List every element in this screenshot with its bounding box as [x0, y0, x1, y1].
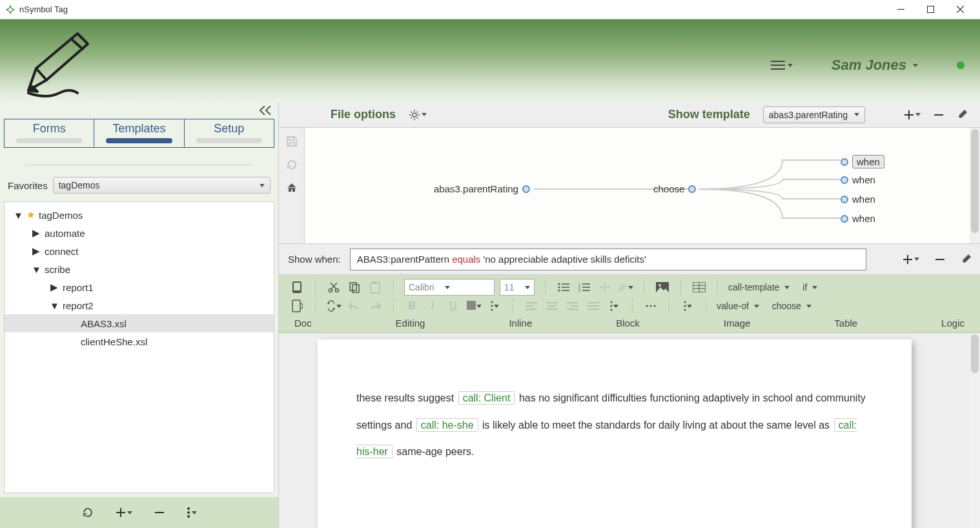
tree-row[interactable]: ▼★tagDemos [5, 206, 274, 224]
caret-down-icon [687, 305, 692, 308]
table-button[interactable] [691, 279, 707, 295]
inline-more-button[interactable] [487, 298, 502, 314]
numbered-list-button[interactable]: 123 [577, 279, 592, 295]
tree-row[interactable]: ABAS3.xsl [5, 314, 274, 332]
condition-edit-button[interactable] [961, 254, 971, 265]
call-template-button[interactable]: call-template [728, 282, 790, 292]
tree-row[interactable]: clientHeShe.xsl [5, 332, 274, 350]
tree-item-label: tagDemos [39, 210, 83, 221]
paste-button[interactable] [367, 279, 383, 295]
font-size-select[interactable]: 11 [500, 279, 535, 296]
value-of-button[interactable]: value-of [717, 301, 759, 311]
svg-point-14 [187, 515, 190, 518]
graph-node-when-0[interactable]: when [841, 155, 884, 168]
top-strip: File options Show template abas3.parentR… [279, 102, 980, 128]
app-pencil-icon [15, 28, 93, 99]
template-edit-button[interactable] [957, 110, 967, 120]
more-button[interactable] [187, 507, 197, 518]
node-port-icon [841, 158, 848, 166]
tab-templates[interactable]: Templates [94, 119, 184, 147]
svg-point-78 [611, 301, 613, 303]
condition-row: Show when: ABAS3:parentPattern equals 'n… [279, 244, 980, 275]
refresh-button[interactable] [82, 507, 94, 518]
align-left-button[interactable] [524, 298, 539, 314]
tab-forms[interactable]: Forms [5, 119, 94, 147]
caret-down-icon [854, 113, 859, 116]
graph-canvas[interactable]: abas3.parentRating choose when when when… [305, 128, 970, 243]
align-justify-button[interactable] [586, 298, 601, 314]
redo-button[interactable] [367, 298, 383, 314]
tab-setup[interactable]: Setup [185, 119, 274, 147]
cut-button[interactable] [326, 279, 342, 295]
minimize-button[interactable] [886, 0, 915, 19]
tree-row[interactable]: ▶report1 [5, 278, 274, 296]
collapse-sidebar-button[interactable] [259, 105, 272, 116]
undo-button[interactable] [347, 298, 362, 314]
image-button[interactable] [655, 279, 670, 295]
paint-button[interactable] [618, 279, 633, 295]
graph-node-when-2[interactable]: when [841, 194, 875, 205]
editor-scrollbar[interactable] [970, 333, 980, 528]
condition-add-button[interactable] [903, 254, 919, 265]
tree-row[interactable]: ▼report2 [5, 296, 274, 314]
template-tag[interactable]: call: he-she [416, 418, 478, 432]
svg-point-84 [684, 301, 686, 303]
document-page[interactable]: these results suggest call: Client has n… [318, 340, 912, 528]
choose-button[interactable]: choose [772, 301, 812, 311]
cycle-button[interactable] [326, 298, 342, 314]
bold-button[interactable]: B [404, 298, 420, 314]
table-more-button[interactable] [680, 298, 695, 314]
template-add-button[interactable] [904, 110, 921, 120]
user-menu[interactable]: Sam Jones [832, 57, 918, 74]
main-menu-button[interactable] [771, 60, 793, 70]
tree-row[interactable]: ▶automate [5, 224, 274, 242]
condition-remove-button[interactable] [935, 254, 945, 265]
remove-button[interactable] [154, 507, 165, 518]
template-select[interactable]: abas3.parentRating [763, 107, 865, 123]
condition-expression[interactable]: ABAS3:parentPattern equals 'no appreciab… [350, 249, 866, 270]
template-tag[interactable]: call: Client [458, 391, 515, 405]
graph-node-choose[interactable]: choose [653, 183, 696, 194]
font-select[interactable]: Calibri [404, 279, 495, 296]
tree-row[interactable]: ▶connect [5, 242, 274, 260]
svg-point-12 [187, 507, 190, 510]
svg-rect-61 [292, 300, 300, 312]
graph-node-when-1[interactable]: when [841, 174, 875, 185]
template-remove-button[interactable] [934, 110, 944, 120]
svg-point-64 [491, 305, 493, 307]
file-options-gear[interactable] [409, 109, 427, 121]
copy-button[interactable] [347, 279, 362, 295]
graph-node-when-3[interactable]: when [841, 213, 875, 224]
align-center-button[interactable] [544, 298, 560, 314]
favorites-select[interactable]: tagDemos [53, 177, 271, 194]
maximize-button[interactable] [915, 0, 945, 19]
graph-refresh-button[interactable] [286, 159, 298, 170]
graph-scrollbar[interactable] [970, 128, 980, 243]
italic-button[interactable]: I [425, 298, 440, 314]
device-rotate-button[interactable] [289, 298, 305, 314]
sidebar-tabs: Forms Templates Setup [4, 119, 274, 148]
caret-down-icon [445, 286, 450, 289]
if-button[interactable]: if [802, 282, 817, 292]
block-more-button[interactable] [606, 298, 622, 314]
align-right-button[interactable] [565, 298, 580, 314]
svg-point-86 [684, 309, 686, 311]
underline-button[interactable]: U [445, 298, 461, 314]
tb-label-block: Block [616, 318, 640, 329]
image-more-button[interactable] [643, 298, 658, 314]
fill-color-button[interactable] [466, 298, 482, 314]
move-button[interactable] [597, 279, 613, 295]
svg-point-82 [650, 305, 652, 307]
close-button[interactable] [945, 0, 975, 19]
node-port-icon [841, 215, 848, 223]
bullet-list-button[interactable] [556, 279, 571, 295]
caret-down-icon [788, 64, 793, 67]
caret-down-icon [914, 258, 919, 261]
add-button[interactable] [116, 507, 132, 518]
tree-row[interactable]: ▼scribe [5, 260, 274, 278]
graph-node-root[interactable]: abas3.parentRating [434, 183, 530, 194]
device-frame-button[interactable] [289, 279, 305, 295]
save-button[interactable] [286, 136, 298, 147]
caret-down-icon [525, 286, 530, 289]
home-button[interactable] [286, 182, 298, 194]
